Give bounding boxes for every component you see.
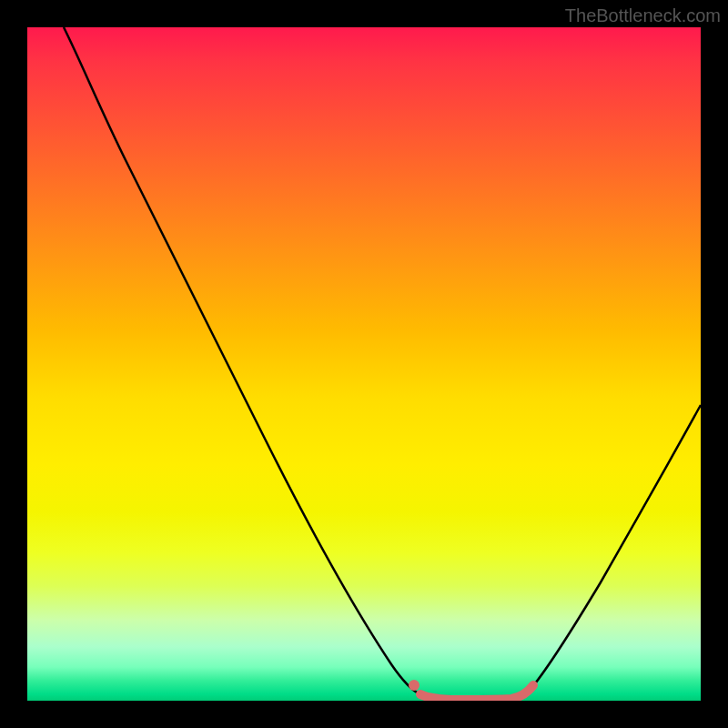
watermark-text: TheBottleneck.com (565, 5, 721, 26)
optimal-range-marker-line (420, 685, 533, 700)
chart-container: TheBottleneck.com (0, 0, 728, 728)
bottleneck-curve-line (64, 27, 701, 699)
marker-dot-start (409, 680, 420, 691)
curve-svg (27, 27, 701, 701)
plot-area (27, 27, 701, 701)
